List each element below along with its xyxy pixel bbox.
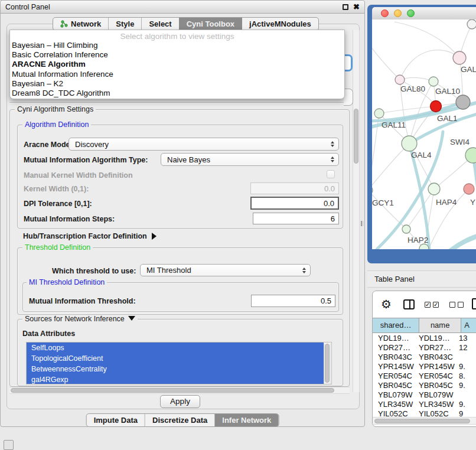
table-horizontal-scrollbar[interactable] bbox=[373, 417, 476, 425]
table-options-gear-icon[interactable]: ⚙ bbox=[381, 297, 392, 311]
sources-title[interactable]: Sources for Network Inference bbox=[22, 315, 138, 323]
select-all-checkbox-icon[interactable]: ✓ bbox=[433, 302, 439, 308]
tab-jactivemnodules[interactable]: jActiveMNodules bbox=[242, 18, 318, 30]
network-node[interactable] bbox=[395, 75, 405, 84]
list-item[interactable]: SelfLoops bbox=[27, 343, 324, 353]
network-node-label: GCY1 bbox=[372, 198, 394, 207]
cyni-algorithm-settings-title: Cyni Algorithm Settings bbox=[15, 105, 96, 113]
column-header-name[interactable]: name bbox=[419, 318, 461, 332]
combo-stepper-icon bbox=[302, 268, 306, 273]
column-header-partial[interactable]: A bbox=[461, 318, 476, 332]
kernel-width-field[interactable] bbox=[250, 182, 339, 194]
network-node[interactable] bbox=[431, 101, 442, 112]
mi-threshold-definition-group: MI Threshold Definition Mutual Informati… bbox=[22, 282, 339, 312]
network-edge bbox=[372, 144, 409, 190]
panel-splitter-handle[interactable] bbox=[361, 221, 363, 226]
collapsed-panel-button[interactable] bbox=[4, 440, 14, 450]
expand-arrow-icon[interactable] bbox=[152, 233, 157, 240]
combo-stepper-icon bbox=[331, 156, 334, 162]
mac-minimize-button[interactable] bbox=[394, 9, 402, 17]
aracne-mode-label: Aracne Mode: bbox=[24, 141, 73, 149]
close-icon[interactable]: ✖ bbox=[353, 2, 360, 12]
popup-item[interactable]: Dream8 DC_TDC Algorithm bbox=[10, 89, 344, 98]
mac-zoom-button[interactable] bbox=[407, 9, 415, 17]
table-row[interactable]: YER054CYER054C8. bbox=[373, 371, 476, 381]
network-node[interactable] bbox=[402, 225, 410, 233]
data-attributes-list[interactable]: SelfLoops TopologicalCoefficient Between… bbox=[26, 342, 332, 384]
popup-item[interactable]: Mutual Information Inference bbox=[10, 70, 344, 79]
table-row[interactable]: YPR145WYPR145W9. bbox=[373, 362, 476, 371]
manual-kernel-width-checkbox[interactable] bbox=[327, 170, 335, 178]
hub-transcription-section[interactable]: Hub/Transcription Factor Definition bbox=[23, 230, 157, 241]
popup-item[interactable]: Bayesian – K2 bbox=[10, 79, 344, 89]
network-node-label: HAP4 bbox=[436, 198, 457, 207]
network-node[interactable] bbox=[464, 184, 474, 194]
network-node[interactable] bbox=[467, 19, 476, 29]
table-row[interactable]: YDR27…YDR27…12 bbox=[373, 343, 476, 353]
deselect-all-checkbox-icon[interactable] bbox=[449, 302, 455, 308]
tab-infer-network[interactable]: Infer Network bbox=[214, 414, 278, 426]
mi-steps-field[interactable] bbox=[253, 213, 339, 224]
tab-impute-data[interactable]: Impute Data bbox=[87, 414, 145, 426]
mi-threshold-definition-title: MI Threshold Definition bbox=[27, 278, 107, 286]
table-toolbar: ⚙ ✓ ✓ bbox=[373, 291, 476, 318]
dpi-tolerance-field[interactable] bbox=[250, 197, 339, 210]
data-attributes-label: Data Attributes bbox=[22, 330, 75, 338]
float-window-icon[interactable] bbox=[343, 4, 348, 10]
split-columns-icon[interactable] bbox=[403, 299, 415, 309]
tab-network[interactable]: Network bbox=[53, 18, 108, 30]
cyni-bottom-tabbar: Impute Data Discretize Data Infer Networ… bbox=[86, 413, 279, 427]
list-item[interactable]: TopologicalCoefficient bbox=[27, 353, 324, 364]
table-panel-titlebar: Table Panel bbox=[367, 270, 476, 288]
content-vertical-scrollbar-thumb[interactable] bbox=[354, 109, 358, 164]
control-panel-window: Control Panel ✖ Cyni Algorithm Settings … bbox=[0, 0, 365, 427]
table-row[interactable]: YLR345WYLR345W9. bbox=[373, 400, 476, 409]
algorithm-definition-title: Algorithm Definition bbox=[22, 120, 91, 129]
select-all-checkbox-icon[interactable]: ✓ bbox=[425, 302, 431, 308]
network-node[interactable] bbox=[429, 77, 438, 86]
network-node-label: GAL11 bbox=[382, 120, 406, 129]
content-horizontal-scrollbar[interactable] bbox=[9, 387, 350, 394]
network-edge bbox=[450, 234, 476, 249]
mi-algorithm-type-combo[interactable]: Naive Bayes bbox=[161, 153, 339, 166]
network-canvas[interactable]: GALGAL80GAL10GAL1GAL11GAL4SWI4HAP4YGCY1H… bbox=[372, 19, 476, 249]
tab-cyni-toolbox[interactable]: Cyni Toolbox bbox=[179, 18, 242, 30]
table-row[interactable]: YIL052CYIL052C9 bbox=[373, 409, 476, 417]
column-header-shared-name[interactable]: shared… bbox=[373, 318, 419, 332]
table-row[interactable]: YDL19…YDL19…13 bbox=[373, 334, 476, 343]
table-function-icon[interactable] bbox=[472, 298, 476, 309]
which-threshold-combo[interactable]: MI Threshold bbox=[140, 264, 311, 276]
table-horizontal-scrollbar-thumb[interactable] bbox=[374, 419, 470, 423]
network-node[interactable] bbox=[428, 183, 440, 195]
network-edge bbox=[372, 44, 400, 80]
network-node[interactable] bbox=[402, 136, 417, 151]
aracne-mode-combo[interactable]: Discovery bbox=[69, 138, 339, 151]
list-item[interactable]: gal4RGexp bbox=[27, 374, 324, 384]
network-node[interactable] bbox=[374, 109, 384, 118]
table-row[interactable]: YBL079WYBL079W bbox=[373, 390, 476, 400]
tab-select[interactable]: Select bbox=[141, 18, 178, 30]
list-item[interactable]: BetweennessCentrality bbox=[27, 364, 324, 374]
table-row[interactable]: YBR045CYBR045C9. bbox=[373, 381, 476, 390]
content-vertical-scrollbar[interactable] bbox=[353, 30, 360, 392]
network-node-label: GAL1 bbox=[437, 114, 458, 123]
algorithm-definition-group: Algorithm Definition Aracne Mode: Discov… bbox=[17, 125, 343, 229]
apply-button[interactable]: Apply bbox=[160, 395, 200, 408]
network-view-window: GALGAL80GAL10GAL1GAL11GAL4SWI4HAP4YGCY1H… bbox=[367, 5, 476, 263]
content-horizontal-scrollbar-thumb[interactable] bbox=[11, 388, 334, 393]
attribute-list-scrollbar[interactable] bbox=[324, 343, 331, 384]
tab-style[interactable]: Style bbox=[108, 18, 141, 30]
popup-item-selected[interactable]: ARACNE Algorithm bbox=[10, 60, 344, 69]
deselect-all-checkbox-icon[interactable] bbox=[458, 302, 464, 308]
attribute-list-scrollbar-thumb[interactable] bbox=[325, 344, 330, 383]
network-node[interactable] bbox=[372, 185, 373, 195]
network-node[interactable] bbox=[456, 95, 470, 109]
mac-close-button[interactable] bbox=[381, 9, 389, 17]
collapse-arrow-icon[interactable] bbox=[128, 316, 135, 321]
table-row[interactable]: YBR043CYBR043C bbox=[373, 353, 476, 362]
network-node[interactable] bbox=[453, 51, 466, 64]
mi-threshold-field[interactable] bbox=[251, 295, 335, 307]
popup-item[interactable]: Basic Correlation Inference bbox=[10, 50, 344, 60]
popup-item[interactable]: Bayesian – Hill Climbing bbox=[10, 41, 344, 50]
tab-discretize-data[interactable]: Discretize Data bbox=[145, 414, 214, 426]
